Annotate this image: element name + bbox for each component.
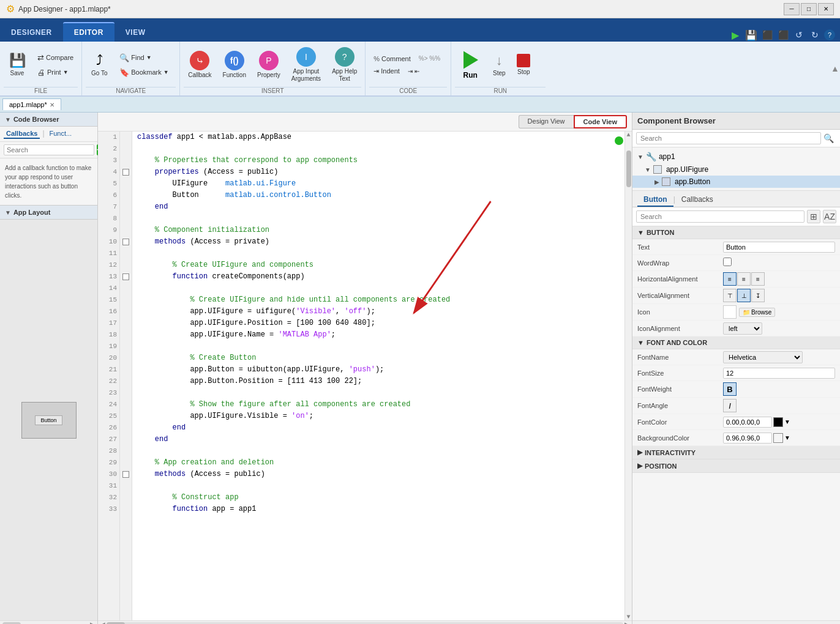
tree-item-button[interactable]: ▶ app.Button — [632, 176, 840, 188]
code-line-9: % Component initialization — [137, 225, 620, 236]
functions-tab[interactable]: Funct... — [47, 129, 75, 139]
fontcolor-dropdown-icon[interactable]: ▼ — [784, 418, 790, 425]
scroll-up-arrow[interactable]: ▲ — [626, 132, 630, 138]
code-label: CODE — [369, 87, 447, 95]
props-tab-button[interactable]: Button — [637, 193, 673, 207]
close-button[interactable]: ✕ — [818, 3, 834, 15]
design-view-button[interactable]: Design View — [519, 115, 574, 128]
callback-search-input[interactable] — [4, 144, 94, 155]
app-layout-header[interactable]: ▼ App Layout — [0, 206, 97, 220]
undo-button[interactable]: ↺ — [792, 28, 806, 42]
tree-item-app1[interactable]: ▼ 🔧 app1 — [632, 150, 840, 163]
props-tabs: Button | Callbacks — [632, 191, 840, 207]
scroll-down-arrow[interactable]: ▼ — [626, 614, 630, 620]
callbacks-tab[interactable]: Callbacks — [4, 129, 40, 139]
app-layout-collapse-arrow[interactable]: ▼ — [5, 209, 11, 216]
fontcolor-swatch[interactable] — [773, 417, 783, 427]
app-input-button[interactable]: I App InputArguments — [287, 44, 325, 86]
doc-tab-app1[interactable]: app1.mlapp* ✕ — [2, 98, 61, 110]
halign-center-btn[interactable]: ≡ — [737, 272, 751, 286]
comment-button[interactable]: % Comment %> %% — [369, 53, 444, 64]
doc-tab-close[interactable]: ✕ — [50, 102, 54, 108]
props-list-view-btn[interactable]: ⊞ — [807, 210, 820, 223]
tree-item-uifigure[interactable]: ▼ app.UIFigure — [632, 163, 840, 176]
prop-iconalign-select[interactable]: leftrighttopbottom — [723, 322, 762, 335]
view-tab[interactable]: VIEW — [114, 23, 157, 42]
window-controls: ─ □ ✕ — [784, 3, 834, 15]
code-line-5: UIFigure matlab.ui.Figure — [137, 178, 620, 190]
toolbar-right-icons: ▶ 💾 ⬛ ⬛ ↺ ↻ ? — [724, 28, 840, 42]
minimize-button[interactable]: ─ — [784, 3, 800, 15]
code-line-1: classdef app1 < matlab.apps.AppBase — [137, 132, 620, 143]
run-icon-btn[interactable]: ▶ — [729, 28, 742, 42]
icon-browse-button[interactable]: 📁 Browse — [739, 308, 775, 317]
compare-button[interactable]: ⇄ Compare — [33, 51, 78, 64]
code-browser-header[interactable]: ▼ Code Browser — [0, 113, 97, 127]
button-section-header[interactable]: ▼ BUTTON — [632, 226, 840, 239]
bgcolor-dropdown-icon[interactable]: ▼ — [784, 434, 790, 441]
prop-wordwrap-checkbox[interactable] — [723, 258, 732, 266]
scroll-thumb[interactable] — [626, 150, 631, 187]
prop-fontsize-input[interactable] — [723, 368, 835, 379]
property-button[interactable]: P Property — [253, 48, 285, 82]
bgcolor-swatch[interactable] — [773, 433, 783, 443]
ribbon-collapse[interactable]: ▲ — [830, 42, 840, 95]
run-button[interactable]: Run — [455, 47, 486, 83]
code-vscrollbar[interactable]: ▲ ▼ — [624, 132, 632, 620]
code-view-button[interactable]: Code View — [574, 115, 627, 128]
function-button[interactable]: f() Function — [219, 48, 250, 82]
designer-tab[interactable]: DESIGNER — [0, 23, 63, 42]
prop-fontsize-row: FontSize — [632, 365, 840, 381]
code-line-17: app.UIFigure.Position = [100 100 640 480… — [137, 318, 620, 329]
right-panel-hscroll[interactable] — [632, 620, 840, 624]
callback-button[interactable]: ⤷ Callback — [184, 48, 216, 82]
left-panel-hscroll[interactable]: ▶ — [0, 620, 97, 624]
fontweight-bold-button[interactable]: B — [723, 382, 737, 396]
help-button[interactable]: ? — [824, 29, 835, 40]
halign-right-btn[interactable]: ≡ — [751, 272, 765, 286]
left-panel-scroll-arrow[interactable]: ▶ — [90, 621, 97, 624]
code-editor[interactable]: 12345 678910 1112131415 1617181920 21222… — [98, 132, 632, 620]
props-sort-btn[interactable]: AZ — [823, 210, 836, 223]
props-search-input[interactable] — [636, 210, 804, 223]
prop-bgcolor-input[interactable] — [723, 433, 772, 444]
code-browser-collapse-arrow[interactable]: ▼ — [5, 116, 11, 123]
prop-fontcolor-input[interactable] — [723, 417, 772, 428]
find-button[interactable]: 🔍 Find ▼ — [115, 51, 173, 64]
valign-bottom-btn[interactable]: ↧ — [751, 289, 765, 302]
redo-button[interactable]: ↻ — [808, 28, 822, 42]
goto-label: Go To — [91, 70, 108, 77]
props-scroll[interactable]: ▼ BUTTON Text WordWrap HorizontalAlignme… — [632, 226, 840, 620]
position-section-header[interactable]: ▶ POSITION — [632, 459, 840, 473]
valign-middle-btn[interactable]: ⊥ — [737, 289, 751, 302]
code-content[interactable]: classdef app1 < matlab.apps.AppBase % Pr… — [132, 132, 624, 620]
fontangle-italic-button[interactable]: I — [723, 399, 737, 412]
code-hscrollbar[interactable]: ◀ ▶ — [98, 620, 632, 624]
halign-left-btn[interactable]: ≡ — [723, 272, 737, 286]
props-tab-callbacks[interactable]: Callbacks — [675, 193, 719, 207]
app-help-button[interactable]: ? App HelpText — [328, 44, 361, 86]
font-color-section-header[interactable]: ▼ FONT AND COLOR — [632, 336, 840, 349]
indent-button[interactable]: ⇥ Indent ⇥ ⇤ — [369, 65, 444, 77]
editor-tab[interactable]: EDITOR — [63, 22, 114, 42]
prop-text-input[interactable] — [723, 242, 835, 253]
toolbar-icon2[interactable]: ⬛ — [776, 28, 790, 42]
print-button[interactable]: 🖨 Print ▼ — [33, 66, 78, 79]
find-icon: 🔍 — [119, 53, 129, 62]
save-icon-btn[interactable]: 💾 — [744, 28, 758, 42]
hscroll-left[interactable]: ◀ — [99, 621, 107, 624]
toolbar-icon1[interactable]: ⬛ — [760, 28, 774, 42]
component-search-input[interactable] — [636, 132, 821, 144]
step-button[interactable]: ↓ Step — [488, 48, 510, 82]
stop-button[interactable]: Stop — [512, 48, 534, 82]
save-button[interactable]: 💾 Save — [4, 48, 31, 82]
goto-button[interactable]: ⤴ Go To — [86, 48, 113, 82]
prop-bgcolor-row: BackgroundColor ▼ — [632, 430, 840, 446]
prop-fontname-select[interactable]: HelveticaArialTimes — [723, 351, 803, 363]
interactivity-section-header[interactable]: ▶ INTERACTIVITY — [632, 446, 840, 459]
hscroll-right[interactable]: ▶ — [623, 621, 631, 624]
maximize-button[interactable]: □ — [801, 3, 817, 15]
button-section-title: BUTTON — [647, 229, 675, 236]
valign-top-btn[interactable]: ⊤ — [723, 289, 737, 302]
bookmark-button[interactable]: 🔖 Bookmark ▼ — [115, 66, 173, 79]
